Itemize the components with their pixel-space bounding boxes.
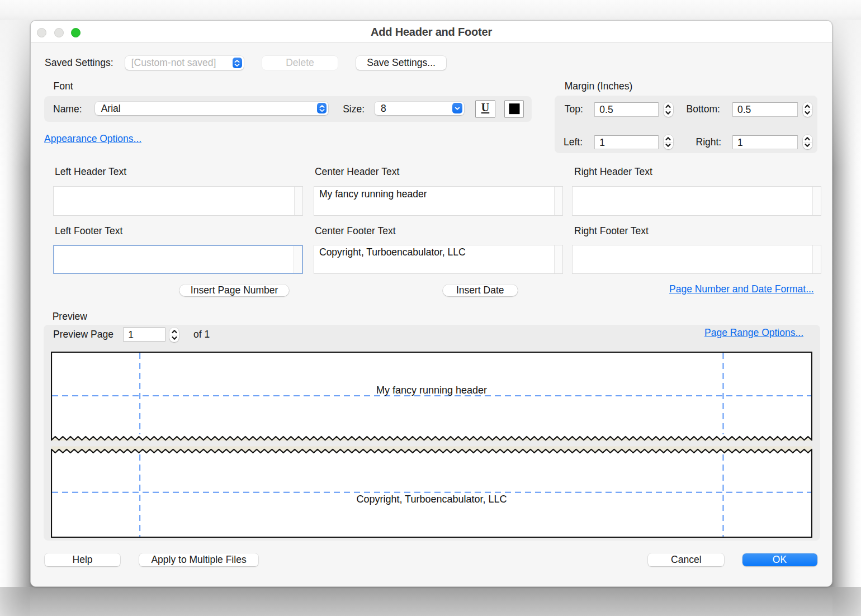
- svg-text:My fancy running header: My fancy running header: [376, 385, 487, 396]
- svg-text:Copyright, Turboencabulator, L: Copyright, Turboencabulator, LLC: [356, 494, 507, 505]
